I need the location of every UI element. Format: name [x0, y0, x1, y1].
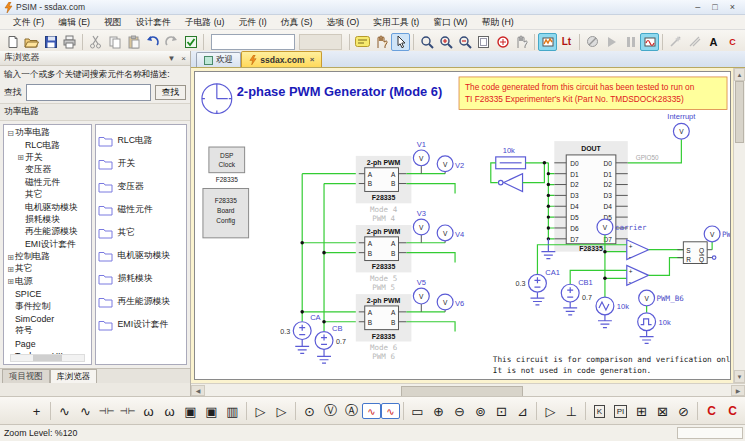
lt-spice-icon[interactable]: Lt: [557, 33, 576, 51]
note-box[interactable]: The code generated from this circuit has…: [459, 77, 727, 110]
multiplier-icon[interactable]: ⊠: [652, 400, 673, 422]
pwm-output-probe[interactable]: V PWM: [704, 226, 730, 250]
c-script-icon[interactable]: C: [701, 400, 722, 422]
panel-close-icon[interactable]: ×: [181, 54, 186, 63]
electrolytic-capacitor-icon[interactable]: ⊣⊢: [117, 400, 138, 422]
save-icon[interactable]: [41, 33, 60, 51]
close-button[interactable]: ×: [730, 1, 735, 14]
new-file-icon[interactable]: [3, 33, 22, 51]
tree-item[interactable]: RLC电路: [6, 139, 91, 151]
source-cb[interactable]: CB 0.7: [315, 324, 346, 364]
cut-icon[interactable]: [86, 33, 105, 51]
folder-item[interactable]: 变压器: [98, 175, 185, 198]
print-icon[interactable]: [60, 33, 79, 51]
triangle-source[interactable]: 10k: [596, 297, 629, 328]
paste-icon[interactable]: [124, 33, 143, 51]
folder-item[interactable]: RLC电路: [98, 129, 185, 152]
tree-toggle-icon[interactable]: ⊞: [6, 277, 15, 286]
dsp-clock-block[interactable]: DSP Clock F28335: [209, 147, 245, 183]
voltage-probe-icon[interactable]: ⊙: [299, 400, 320, 422]
dout-block[interactable]: DOUT D0 D1 D2 D3 D4 D5 D6 D7 D0 D1 D2: [554, 141, 627, 252]
tree-toggle-icon[interactable]: ⊞: [16, 153, 25, 162]
toolbar-combo[interactable]: [299, 34, 342, 50]
tree-hscrollbar[interactable]: [10, 354, 85, 362]
cscript-toolbar-icon[interactable]: C: [723, 33, 742, 51]
gain-block-icon[interactable]: K: [589, 400, 610, 422]
menu-help[interactable]: 帮助 (H): [474, 15, 520, 29]
source-ca[interactable]: CA 0.3: [280, 313, 320, 354]
thyristor-icon[interactable]: ▷: [271, 400, 292, 422]
capacitor-icon[interactable]: ⊣⊢: [96, 400, 117, 422]
fit-page-icon[interactable]: [474, 33, 493, 51]
menu-utilities[interactable]: 实用工具 (t): [366, 15, 426, 29]
tab-document[interactable]: ssdax.com ×: [241, 51, 322, 67]
run-simulation-icon[interactable]: [538, 33, 557, 51]
menu-subcircuit[interactable]: 子电路 (u): [178, 15, 232, 29]
tab-close-icon[interactable]: ×: [310, 55, 315, 64]
panel-collapse-icon[interactable]: ▼: [167, 54, 175, 63]
tree-item[interactable]: 损耗模块: [6, 214, 91, 226]
open-file-icon[interactable]: [22, 33, 41, 51]
scroll-down-icon[interactable]: ▼: [734, 370, 745, 383]
wire-edit-icon[interactable]: [666, 33, 685, 51]
undo-icon[interactable]: [143, 33, 162, 51]
zoom-icon[interactable]: [417, 33, 436, 51]
tree-toggle-icon[interactable]: ⊞: [6, 265, 15, 274]
search-input[interactable]: [26, 84, 151, 101]
sum-block-icon[interactable]: ⊞: [631, 400, 652, 422]
tree-item[interactable]: 电机驱动模块: [6, 201, 91, 213]
maximize-button[interactable]: □: [712, 1, 717, 14]
clock-icon[interactable]: [202, 84, 232, 114]
select-cursor-icon[interactable]: [391, 33, 410, 51]
coupled-inductor-icon[interactable]: ▥: [222, 400, 243, 422]
limiter-icon[interactable]: ⊘: [673, 400, 694, 422]
resistor-10k[interactable]: 10k: [496, 146, 526, 169]
wire-edit2-icon[interactable]: [685, 33, 704, 51]
tree-item[interactable]: 符号: [6, 325, 91, 337]
tree-item[interactable]: ⊞其它: [6, 263, 91, 275]
current-scope-icon[interactable]: ∿: [381, 403, 400, 419]
tree-item[interactable]: ⊟功率电路: [6, 127, 91, 139]
resistor-icon[interactable]: ∿: [54, 400, 75, 422]
folder-item[interactable]: 电机驱动模块: [98, 244, 185, 267]
folder-item[interactable]: 磁性元件: [98, 198, 185, 221]
play-icon[interactable]: [602, 33, 621, 51]
text-tool-icon[interactable]: A: [704, 33, 723, 51]
label-tool-icon[interactable]: [353, 33, 372, 51]
minimize-button[interactable]: –: [695, 1, 700, 14]
search-button[interactable]: 查找: [155, 85, 186, 100]
tree-item[interactable]: ⊞开关: [6, 152, 91, 164]
copy-icon[interactable]: [105, 33, 124, 51]
three-winding-transformer-icon[interactable]: ▣: [201, 400, 222, 422]
tree-item[interactable]: ⊞电源: [6, 276, 91, 288]
tab-library-browser[interactable]: 库浏览器: [50, 369, 98, 383]
tree-item[interactable]: SimCoder: [6, 313, 91, 325]
pwm-block-1[interactable]: 2-ph PWM A A B B F28335 Mode 4 PWM 4: [356, 156, 412, 223]
toolbar-search-input[interactable]: [211, 34, 295, 50]
voltage-scope-icon[interactable]: ∿: [362, 403, 381, 419]
pwmb6-probe[interactable]: V PWM_B6: [639, 290, 685, 313]
menu-elements[interactable]: 元件 (I): [231, 15, 273, 29]
inductor-icon[interactable]: ω: [138, 400, 159, 422]
zoom-selection-icon[interactable]: [493, 33, 512, 51]
tab-project-view[interactable]: 项目视图: [2, 369, 50, 383]
menu-edit[interactable]: 编辑 (E): [51, 15, 97, 29]
diode-icon[interactable]: ▷: [250, 400, 271, 422]
scroll-up-icon[interactable]: ▲: [734, 68, 745, 81]
transformer-icon[interactable]: ▣: [180, 400, 201, 422]
folder-item[interactable]: 开关: [98, 152, 185, 175]
sr-flipflop[interactable]: S R Q Q: [649, 242, 716, 276]
menu-design-suites[interactable]: 设计套件: [129, 15, 178, 29]
square-source-icon[interactable]: ⊡: [491, 400, 512, 422]
node-probe-icon[interactable]: ⊥: [561, 400, 582, 422]
tree-item[interactable]: ⊞控制电路: [6, 251, 91, 263]
inverter-gate[interactable]: [498, 174, 522, 192]
dc-source-icon[interactable]: ⊕: [428, 400, 449, 422]
menu-simulate[interactable]: 仿真 (S): [274, 15, 320, 29]
interrupt-probe[interactable]: GPIO50 V Interrupt: [628, 112, 697, 162]
tree-item[interactable]: 其它: [6, 189, 91, 201]
voltmeter-icon[interactable]: Ⓥ: [320, 400, 341, 422]
resistor-block-icon[interactable]: ▭: [407, 400, 428, 422]
drag-view-icon[interactable]: [512, 33, 531, 51]
vscroll-thumb[interactable]: [735, 81, 744, 143]
